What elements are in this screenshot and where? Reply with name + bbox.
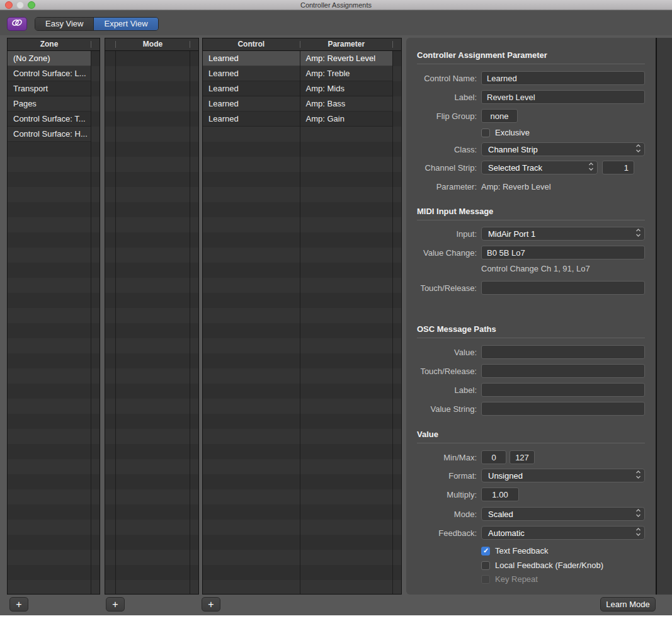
- zone-row[interactable]: Control Surface: T...: [8, 111, 91, 127]
- table-row-control[interactable]: Learned: [203, 81, 300, 96]
- midi-input-popup[interactable]: MidAir Port 1: [481, 227, 645, 241]
- stepper-icon: [635, 144, 641, 155]
- mode-rows-area[interactable]: [116, 51, 190, 594]
- stepper-icon: [635, 470, 641, 481]
- midi-touch-release-field[interactable]: [481, 281, 645, 295]
- link-icon: [11, 18, 23, 30]
- window-title: Controller Assignments: [0, 0, 672, 10]
- feedback-popup[interactable]: Automatic: [481, 526, 645, 540]
- class-label: Class:: [417, 145, 477, 154]
- key-repeat-label: Key Repeat: [495, 574, 538, 584]
- class-popup[interactable]: Channel Strip: [481, 142, 645, 156]
- midi-touch-release-label: Touch/Release:: [417, 283, 477, 293]
- key-repeat-row: Key Repeat: [481, 574, 645, 584]
- section-rule: [417, 338, 645, 338]
- local-feedback-row: Local Feedback (Fader/Knob): [481, 561, 645, 570]
- parameter-value: Amp: Reverb Level: [481, 182, 551, 191]
- format-popup[interactable]: Unsigned: [481, 469, 645, 482]
- add-assignment-button[interactable]: +: [202, 597, 220, 612]
- max-field[interactable]: [510, 450, 535, 464]
- osc-value-string-field[interactable]: [481, 402, 645, 416]
- osc-value-string-label: Value String:: [417, 404, 477, 414]
- zone-row[interactable]: (No Zone): [8, 51, 91, 66]
- control-column-header: Control: [203, 38, 300, 50]
- control-name-field[interactable]: [481, 71, 645, 85]
- flip-group-label: Flip Group:: [417, 111, 477, 121]
- section-title-value: Value: [417, 430, 645, 439]
- osc-label-field[interactable]: [481, 383, 645, 397]
- toolbar: Easy View Expert View: [0, 11, 672, 35]
- min-max-label: Min/Max:: [417, 453, 477, 462]
- zone-row[interactable]: Control Surface: H...: [8, 127, 91, 142]
- section-title-midi: MIDI Input Message: [417, 207, 645, 216]
- osc-label-label: Label:: [417, 385, 477, 395]
- mode-popup[interactable]: Scaled: [481, 507, 645, 521]
- exclusive-checkbox-row: Exclusive: [481, 128, 645, 137]
- table-row-parameter[interactable]: Amp: Gain: [300, 111, 393, 127]
- table-row-parameter[interactable]: Amp: Treble: [300, 66, 393, 81]
- titlebar: Controller Assignments: [0, 0, 672, 10]
- mode-column-header: Mode: [116, 38, 190, 50]
- section-rule: [417, 220, 645, 220]
- scrollbar-track[interactable]: [190, 51, 198, 594]
- table-row-parameter[interactable]: Amp: Bass: [300, 96, 393, 111]
- add-zone-button[interactable]: +: [9, 597, 28, 612]
- learn-mode-button[interactable]: Learn Mode: [600, 597, 656, 612]
- assignment-detail-panel: Controller Assignment Parameter Control …: [406, 38, 656, 595]
- stepper-icon: [635, 527, 641, 538]
- zone-list: Zone (No Zone) Control Surface: L... Tra…: [7, 38, 100, 595]
- channel-strip-number-field[interactable]: [602, 161, 634, 174]
- table-row-control[interactable]: Learned: [203, 51, 300, 66]
- value-change-field[interactable]: [481, 246, 645, 259]
- zone-list-header: Zone: [8, 38, 100, 51]
- label-label: Label:: [417, 93, 477, 102]
- add-mode-button[interactable]: +: [106, 597, 125, 612]
- section-rule: [417, 64, 645, 64]
- osc-value-field[interactable]: [481, 345, 645, 359]
- assignments-table: Control Parameter Learned Learned Learne…: [202, 38, 402, 595]
- expert-view-button[interactable]: Expert View: [94, 18, 157, 30]
- stepper-icon: [635, 508, 641, 520]
- local-feedback-checkbox[interactable]: [481, 561, 490, 570]
- table-row-control[interactable]: Learned: [203, 66, 300, 81]
- mode-list: Mode: [105, 38, 199, 595]
- exclusive-label: Exclusive: [495, 128, 530, 137]
- local-feedback-label: Local Feedback (Fader/Knob): [495, 561, 603, 570]
- value-change-label: Value Change:: [417, 248, 477, 258]
- scrollbar-track[interactable]: [393, 51, 401, 594]
- input-label: Input:: [417, 229, 477, 239]
- exclusive-checkbox[interactable]: [481, 128, 490, 137]
- table-row-parameter[interactable]: Amp: Mids: [300, 81, 393, 96]
- easy-view-button[interactable]: Easy View: [35, 18, 94, 30]
- view-segmented-control: Easy View Expert View: [35, 17, 159, 31]
- table-row-parameter[interactable]: Amp: Reverb Level: [300, 51, 393, 66]
- osc-value-label: Value:: [417, 348, 477, 357]
- scrollbar-track[interactable]: [91, 51, 100, 594]
- key-repeat-checkbox: [481, 575, 490, 584]
- panel-scrollbar-track[interactable]: [657, 38, 672, 595]
- table-row-control[interactable]: Learned: [203, 111, 300, 127]
- osc-touch-release-field[interactable]: [481, 364, 645, 378]
- mode-label: Mode:: [417, 510, 477, 519]
- channel-strip-label: Channel Strip:: [417, 163, 477, 173]
- multiply-field[interactable]: [481, 487, 519, 501]
- zone-row[interactable]: Transport: [8, 81, 91, 96]
- flip-group-field[interactable]: [481, 109, 518, 123]
- control-name-label: Control Name:: [417, 74, 477, 83]
- zone-column-header: Zone: [8, 38, 91, 50]
- feedback-label: Feedback:: [417, 528, 477, 538]
- channel-strip-popup[interactable]: Selected Track: [481, 161, 598, 174]
- min-field[interactable]: [481, 450, 506, 464]
- text-feedback-checkbox[interactable]: [481, 547, 490, 555]
- text-feedback-row: Text Feedback: [481, 546, 645, 555]
- parameter-label: Parameter:: [417, 182, 477, 191]
- zone-row[interactable]: Control Surface: L...: [8, 66, 91, 81]
- link-button[interactable]: [7, 17, 27, 31]
- assignments-table-header: Control Parameter: [203, 38, 401, 51]
- section-title-assignment: Controller Assignment Parameter: [417, 50, 645, 60]
- multiply-label: Multiply:: [417, 490, 477, 499]
- table-row-control[interactable]: Learned: [203, 96, 300, 111]
- zone-row[interactable]: Pages: [8, 96, 91, 111]
- label-field[interactable]: [481, 90, 645, 104]
- stepper-icon: [635, 228, 641, 239]
